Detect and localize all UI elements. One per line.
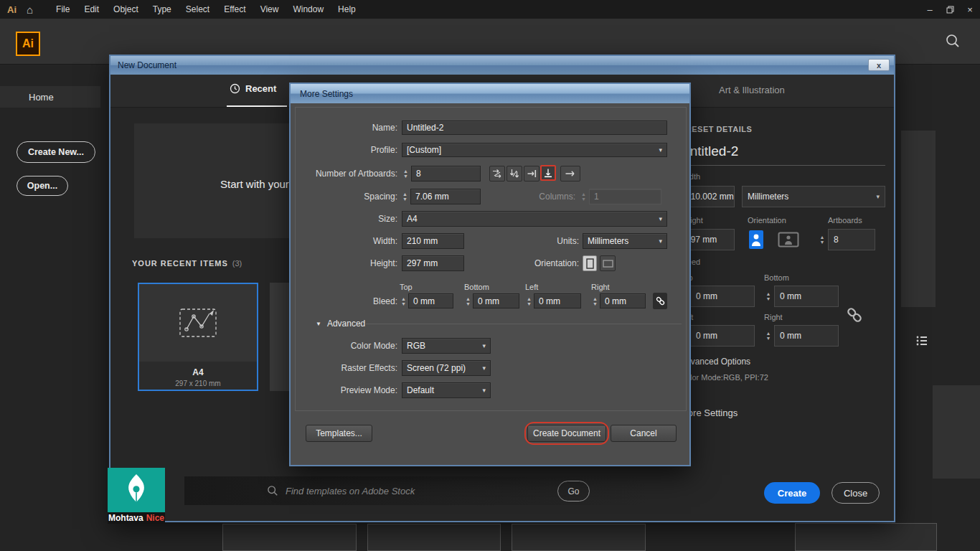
watermark-word-1: Mohtava — [108, 513, 143, 523]
advanced-separator — [366, 324, 682, 324]
preview-mode-label: Preview Mode: — [305, 383, 397, 397]
artboards-stepper[interactable]: ▲▼ — [402, 166, 410, 182]
preset-bleed-left-input[interactable]: 0 mm — [690, 325, 755, 347]
tab-recent[interactable]: Recent — [230, 83, 276, 94]
create-new-button[interactable]: Create New... — [17, 141, 95, 163]
preview-mode-select[interactable]: Default ▾ — [402, 382, 491, 398]
menu-object[interactable]: Object — [106, 0, 146, 19]
preset-bleed-top-input[interactable]: 0 mm — [690, 286, 755, 307]
template-thumbnail[interactable] — [795, 523, 937, 551]
cancel-button[interactable]: Cancel — [611, 425, 677, 442]
close-button[interactable]: Close — [831, 482, 880, 504]
raster-effects-select[interactable]: Screen (72 ppi) ▾ — [402, 360, 491, 376]
app-close-button[interactable]: × — [960, 0, 980, 19]
bleed-top-input[interactable]: 0 mm — [408, 293, 453, 309]
bleed-top-stepper[interactable]: ▲▼ — [400, 293, 407, 309]
preset-bleed-right-input[interactable]: 0 mm — [774, 325, 839, 347]
bleed-right-stepper[interactable]: ▲▼ — [591, 293, 599, 309]
portrait-doc-icon — [586, 258, 594, 269]
preset-bleed-right-stepper[interactable]: ▲▼ — [764, 325, 773, 347]
template-thumbnail[interactable] — [512, 524, 646, 551]
list-panel-icon[interactable] — [915, 334, 928, 347]
layout-direction-button[interactable] — [560, 166, 580, 182]
spacing-input[interactable]: 7.06 mm — [410, 189, 481, 204]
templates-button[interactable]: Templates... — [306, 425, 372, 442]
height-input[interactable]: 297 mm — [402, 255, 464, 271]
bleed-right-input[interactable]: 0 mm — [600, 293, 646, 309]
arrange-by-column-button[interactable] — [540, 165, 556, 181]
tab-recent-label: Recent — [245, 83, 276, 94]
go-button[interactable]: Go — [557, 481, 590, 501]
bleed-left-input[interactable]: 0 mm — [534, 293, 581, 309]
advanced-disclosure[interactable]: ▼ Advanced — [316, 319, 365, 329]
template-thumbnail[interactable] — [222, 524, 357, 551]
artboards-label: Number of Artboards: — [305, 166, 397, 181]
minimize-button[interactable]: – — [920, 0, 940, 19]
menu-effect[interactable]: Effect — [217, 0, 253, 19]
menu-help[interactable]: Help — [331, 0, 363, 19]
bleed-left-stepper[interactable]: ▲▼ — [525, 293, 533, 309]
new-document-close-button[interactable]: x — [868, 59, 890, 71]
menu-select[interactable]: Select — [179, 0, 217, 19]
columns-input: 1 — [589, 189, 661, 204]
home-icon[interactable]: ⌂ — [27, 4, 33, 16]
bleed-link-icon[interactable] — [845, 306, 864, 324]
color-mode-select[interactable]: RGB ▾ — [402, 338, 491, 354]
grid-by-row-button[interactable] — [489, 166, 505, 182]
color-mode-label: Color Mode: — [305, 339, 397, 353]
clock-icon — [230, 83, 240, 94]
units-select[interactable]: Millimeters ▾ — [583, 233, 667, 249]
spacing-stepper[interactable]: ▲▼ — [401, 189, 409, 204]
menu-type[interactable]: Type — [146, 0, 179, 19]
template-thumbnail[interactable] — [367, 524, 501, 551]
grid-by-row-icon — [492, 169, 502, 179]
watermark-text: Mohtava Nice — [108, 512, 165, 524]
bleed-bottom-column: Bottom — [464, 283, 489, 291]
advanced-label: Advanced — [327, 319, 365, 329]
more-settings-titlebar[interactable]: More Settings — [291, 84, 689, 103]
preset-bleed-bottom-input[interactable]: 0 mm — [774, 286, 839, 307]
bleed-bottom-input[interactable]: 0 mm — [473, 293, 519, 309]
arrange-by-row-button[interactable] — [524, 166, 540, 182]
recent-item-a4[interactable]: A4 297 x 210 mm — [138, 283, 258, 391]
orientation-portrait-button[interactable] — [583, 255, 597, 271]
orientation-landscape-button[interactable] — [600, 255, 616, 271]
recent-items-header: YOUR RECENT ITEMS(3) — [132, 259, 242, 268]
restore-button[interactable] — [940, 0, 960, 19]
profile-value: [Custom] — [407, 145, 441, 155]
menu-file[interactable]: File — [49, 0, 77, 19]
sidebar-item-home[interactable]: Home — [0, 86, 100, 108]
illustrator-app-icon[interactable]: Ai — [16, 32, 40, 56]
columns-label: Columns: — [532, 189, 575, 204]
width-input[interactable]: 210 mm — [402, 233, 464, 249]
menu-edit[interactable]: Edit — [77, 0, 106, 19]
bleed-bottom-stepper[interactable]: ▲▼ — [464, 293, 472, 309]
stock-search-bar[interactable]: Find templates on Adobe Stock Go — [184, 476, 649, 505]
tab-art-illustration[interactable]: Art & Illustration — [719, 85, 785, 95]
search-icon[interactable] — [945, 33, 961, 49]
arrange-by-column-icon — [543, 168, 553, 178]
menu-view[interactable]: View — [253, 0, 286, 19]
preset-artboards-input[interactable]: 8 — [828, 229, 875, 250]
preset-unit-select[interactable]: Millimeters ▾ — [742, 186, 885, 207]
chevron-down-icon: ▾ — [876, 193, 880, 200]
create-document-button[interactable]: Create Document — [527, 425, 606, 442]
chevron-down-icon: ▾ — [482, 387, 486, 394]
artboards-input[interactable]: 8 — [411, 166, 481, 182]
size-select[interactable]: A4 ▾ — [402, 211, 667, 227]
chevron-down-icon: ▾ — [659, 146, 662, 154]
bleed-link-button[interactable] — [653, 293, 667, 309]
grid-by-column-button[interactable] — [507, 166, 522, 182]
chevron-down-icon: ▾ — [482, 364, 486, 372]
preset-unit-value: Millimeters — [748, 192, 788, 202]
create-button[interactable]: Create — [764, 482, 820, 504]
open-button[interactable]: Open... — [17, 176, 68, 196]
orientation-portrait-icon[interactable] — [748, 229, 765, 250]
new-document-titlebar[interactable]: New Document x — [110, 56, 894, 75]
profile-select[interactable]: [Custom] ▾ — [402, 143, 667, 157]
preset-bleed-bottom-stepper[interactable]: ▲▼ — [764, 286, 773, 307]
menu-window[interactable]: Window — [286, 0, 331, 19]
preset-artboards-stepper[interactable]: ▲▼ — [818, 229, 826, 250]
name-input[interactable]: Untitled-2 — [402, 121, 667, 135]
orientation-landscape-icon[interactable] — [778, 232, 799, 248]
